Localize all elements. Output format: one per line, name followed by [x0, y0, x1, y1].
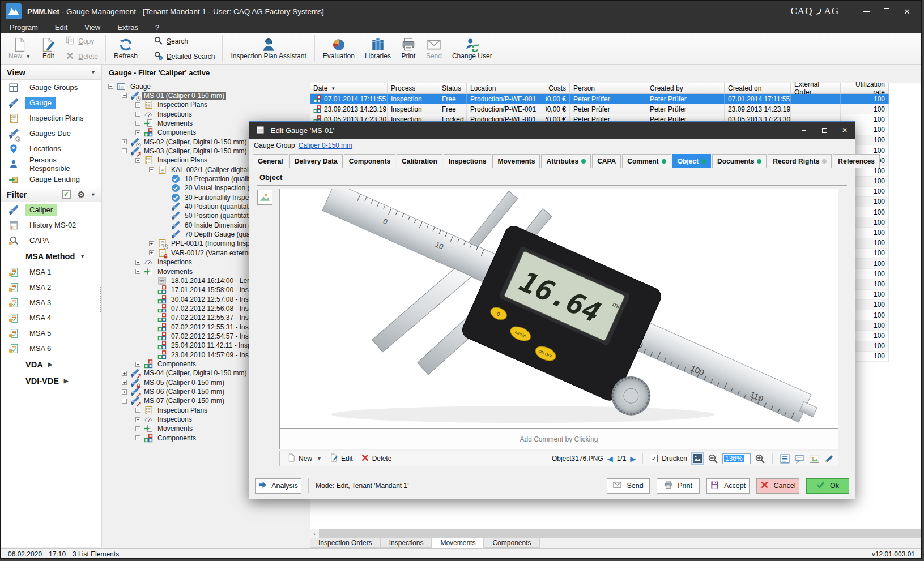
- toolbar-button-detailed-search[interactable]: ?Detailed Search: [151, 50, 217, 63]
- tree-expander-icon[interactable]: −: [149, 167, 154, 172]
- dialog-tab-comment[interactable]: Comment: [622, 154, 671, 168]
- dialog-tab-attributes[interactable]: Attributes: [541, 154, 591, 168]
- drucken-checkbox[interactable]: ✓: [650, 455, 658, 462]
- sidebar-header-vda[interactable]: VDA▶: [1, 356, 101, 372]
- toolbar-button-libraries[interactable]: Libraries: [360, 35, 396, 63]
- dialog-tab-documents[interactable]: Documents: [712, 154, 767, 168]
- toolbar-button-edit[interactable]: Edit: [36, 35, 61, 63]
- tree-expander-icon[interactable]: +: [135, 362, 140, 367]
- column-header-status[interactable]: Status: [438, 83, 467, 94]
- tree-expander-icon[interactable]: +: [149, 250, 154, 255]
- dialog-minimize-button[interactable]: –: [794, 123, 814, 138]
- add-comment-band[interactable]: Add Comment by Clicking: [279, 429, 838, 449]
- toolbar-button-change-user[interactable]: Change User: [447, 35, 497, 63]
- toolbar-button-evaluation[interactable]: Evaluation: [318, 35, 360, 63]
- send-button[interactable]: Send: [607, 478, 650, 494]
- tree-expander-icon[interactable]: +: [149, 241, 154, 246]
- menu-item-program[interactable]: Program: [1, 22, 46, 33]
- sidebar-item-msa-5[interactable]: MSA 5: [1, 326, 101, 341]
- toolbar-button-print[interactable]: Print: [396, 35, 421, 63]
- menu-item-[interactable]: ?: [147, 22, 168, 33]
- tree-expander-icon[interactable]: +: [135, 102, 140, 108]
- tree-item[interactable]: +Components: [135, 128, 198, 138]
- dialog-tab-delivery-data[interactable]: Delivery Data: [289, 154, 343, 168]
- dialog-tab-references[interactable]: References: [833, 154, 880, 168]
- tree-expander-icon[interactable]: +: [122, 389, 127, 395]
- tree-expander-icon[interactable]: +: [135, 121, 140, 126]
- sidebar-item-msa-6[interactable]: MSA 6: [1, 341, 101, 356]
- minimize-button[interactable]: [856, 3, 876, 19]
- scrollbar-thumb[interactable]: [319, 529, 922, 538]
- column-header-utilization-rate[interactable]: Utilization rate: [841, 83, 889, 94]
- tree-expander-icon[interactable]: +: [135, 260, 140, 265]
- menu-item-extras[interactable]: Extras: [109, 22, 147, 33]
- analysis-button[interactable]: Analysis: [255, 478, 301, 494]
- object-edit-button[interactable]: Edit: [326, 452, 357, 465]
- zoom-in-icon[interactable]: [755, 453, 765, 464]
- tree-item[interactable]: +MS-05 (Caliper 0-150 mm): [122, 378, 226, 387]
- tree-item[interactable]: −Inspection Plans: [135, 156, 209, 165]
- tree-item[interactable]: +Inspections: [135, 258, 194, 267]
- tree-expander-icon[interactable]: −: [108, 84, 113, 89]
- tree-item[interactable]: −Movements: [135, 267, 194, 276]
- gear-icon[interactable]: ⚙: [78, 190, 85, 200]
- tree-item[interactable]: +Inspection Plans: [135, 405, 209, 415]
- sidebar-item-msa-2[interactable]: MSA 2: [1, 280, 101, 295]
- column-header-created-by[interactable]: Created by: [646, 83, 725, 94]
- tree-item[interactable]: +Movements: [135, 118, 194, 128]
- tree-item[interactable]: 40 Position (quantitative): [163, 202, 261, 212]
- table-row[interactable]: 23.09.2013 14:23:19InspectionFreeProduct…: [310, 104, 922, 114]
- toolbar-button-refresh[interactable]: Refresh: [109, 35, 143, 63]
- dialog-tab-inspections[interactable]: Inspections: [444, 154, 492, 168]
- sidebar-header-msa-method[interactable]: MSA Method▼: [1, 248, 101, 264]
- ok-button[interactable]: Ok: [806, 478, 849, 494]
- object-delete-button[interactable]: Delete: [357, 452, 396, 465]
- dialog-tab-object[interactable]: Object: [672, 154, 711, 168]
- sidebar-item-msa-1[interactable]: MSA 1: [1, 264, 101, 280]
- column-header-external-order[interactable]: External Order: [791, 83, 841, 94]
- tree-item[interactable]: +Components: [135, 433, 198, 443]
- toolbar-button-delete[interactable]: Delete: [63, 50, 100, 63]
- object-image-area[interactable]: 90 100 110 0 10 16.64 mm 0: [279, 189, 838, 429]
- tree-item[interactable]: −MS-03 (Caliper, Digital 0-150 mm): [122, 146, 248, 156]
- sidebar-item-gauge-groups[interactable]: Gauge Groups: [1, 80, 101, 95]
- object-new-button[interactable]: New▼: [283, 452, 326, 465]
- menu-item-edit[interactable]: Edit: [46, 22, 76, 33]
- tree-item[interactable]: +Movements: [135, 424, 194, 434]
- tree-expander-icon[interactable]: +: [122, 371, 127, 376]
- tree-expander-icon[interactable]: −: [122, 399, 127, 404]
- close-button[interactable]: ✕: [897, 3, 917, 19]
- tree-item[interactable]: +Inspection Plans: [135, 100, 209, 110]
- filter-checkbox[interactable]: ✓: [62, 190, 71, 199]
- tree-expander-icon[interactable]: −: [122, 148, 127, 153]
- sidebar-item-capa[interactable]: CAPA: [1, 233, 101, 248]
- tree-expander-icon[interactable]: +: [135, 426, 140, 431]
- dialog-tab-calibration[interactable]: Calibration: [397, 154, 442, 168]
- sidebar-item-gauges-due[interactable]: Gauges Due: [1, 126, 101, 141]
- tree-expander-icon[interactable]: +: [135, 112, 140, 117]
- tree-expander-icon[interactable]: +: [122, 380, 127, 385]
- toolbar-button-copy[interactable]: Copy: [63, 35, 100, 48]
- report-view-icon[interactable]: [780, 453, 790, 464]
- tree-item[interactable]: +MS-06 (Caliper 0-150 mm): [122, 387, 226, 397]
- tree-item[interactable]: −MS-07 (Caliper 0-150 mm): [122, 396, 226, 406]
- gauge-group-link[interactable]: Caliper 0-150 mm: [299, 142, 352, 149]
- bottom-tab-movements[interactable]: Movements: [432, 538, 484, 548]
- tree-item[interactable]: −MS-01 (Caliper 0-150 mm): [122, 91, 226, 100]
- zoom-out-icon[interactable]: [708, 453, 718, 464]
- bottom-tab-inspections[interactable]: Inspections: [381, 538, 432, 548]
- toolbar-button-send[interactable]: Send: [421, 35, 447, 63]
- sidebar-header-view[interactable]: View▼: [1, 65, 101, 80]
- column-header-person[interactable]: Person: [570, 83, 646, 94]
- edit-image-icon[interactable]: [824, 453, 834, 464]
- sidebar-header-vdi-vde[interactable]: VDI-VDE▶: [1, 372, 101, 389]
- maximize-button[interactable]: [876, 3, 897, 19]
- scroll-left-arrow[interactable]: ‹: [310, 529, 319, 538]
- dialog-tab-record-rights[interactable]: Record Rights: [768, 154, 832, 168]
- tree-expander-icon[interactable]: −: [122, 93, 127, 98]
- tree-expander-icon[interactable]: +: [122, 139, 127, 144]
- table-row[interactable]: 07.01.2014 17:11:55InspectionFreeProduct…: [310, 94, 922, 104]
- sidebar-item-msa-3[interactable]: MSA 3: [1, 295, 101, 310]
- tree-expander-icon[interactable]: +: [135, 417, 140, 422]
- table-hscrollbar[interactable]: ‹: [310, 529, 922, 538]
